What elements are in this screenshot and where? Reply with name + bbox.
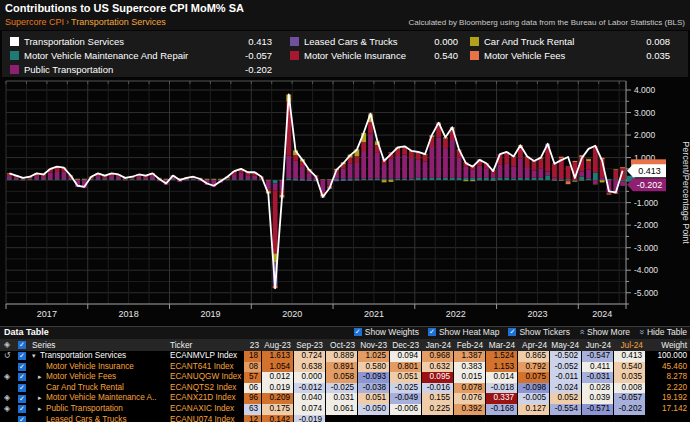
- heat-cell[interactable]: 1.387: [454, 351, 486, 362]
- heat-cell[interactable]: 0.801: [390, 362, 422, 373]
- table-row[interactable]: ◈✓▸Motor Vehicle Maintenance A..ECANX21D…: [0, 393, 690, 404]
- ticker-cell[interactable]: ECANAXIC Index: [168, 404, 244, 415]
- heat-cell[interactable]: 0.095: [422, 372, 454, 383]
- table-row[interactable]: ◈✓▸Motor Vehicle FeesECANUQGW Index570.0…: [0, 372, 690, 383]
- table-row[interactable]: ✓Motor Vehicle InsuranceECANT641 Index08…: [0, 362, 690, 373]
- control-show-tickers[interactable]: ✓Show Tickers: [508, 327, 570, 337]
- heat-cell-clipped[interactable]: 63: [244, 404, 262, 415]
- heat-cell[interactable]: 1.613: [262, 351, 294, 362]
- series-cell[interactable]: Leased Cars & Trucks: [30, 415, 168, 422]
- heat-cell[interactable]: 0.028: [582, 383, 614, 394]
- breadcrumb-supercore-cpi[interactable]: Supercore CPI: [5, 17, 64, 27]
- row-checkbox[interactable]: ✓: [18, 363, 26, 371]
- heat-cell[interactable]: 1.153: [486, 362, 518, 373]
- heat-cell[interactable]: -0.024: [550, 383, 582, 394]
- heat-cell[interactable]: -0.018: [486, 383, 518, 394]
- heat-cell[interactable]: 0.008: [614, 383, 646, 394]
- heat-cell[interactable]: [454, 415, 486, 422]
- heat-cell[interactable]: -0.554: [550, 404, 582, 415]
- heat-cell[interactable]: -0.202: [614, 404, 646, 415]
- heat-cell[interactable]: 1.054: [262, 362, 294, 373]
- heat-cell[interactable]: -0.019: [294, 415, 326, 422]
- heat-cell[interactable]: 0.000: [294, 372, 326, 383]
- legend-item[interactable]: Motor Vehicle Fees0.035: [470, 48, 670, 62]
- heat-cell[interactable]: 0.155: [422, 393, 454, 404]
- heat-cell[interactable]: 0.792: [518, 362, 550, 373]
- heat-cell[interactable]: 0.891: [326, 362, 358, 373]
- checkbox-icon[interactable]: ✓: [428, 328, 436, 336]
- heat-cell[interactable]: [486, 415, 518, 422]
- heat-cell[interactable]: -0.168: [486, 404, 518, 415]
- heat-cell[interactable]: 0.094: [390, 351, 422, 362]
- drilldown-icon[interactable]: ◈: [0, 372, 14, 383]
- heat-cell[interactable]: 0.040: [294, 393, 326, 404]
- heat-cell[interactable]: 0.019: [262, 383, 294, 394]
- ticker-cell[interactable]: ECANU074 Index: [168, 415, 244, 422]
- heat-cell[interactable]: [614, 415, 646, 422]
- heat-cell[interactable]: 0.051: [358, 393, 390, 404]
- heat-cell-clipped[interactable]: 12: [244, 415, 262, 422]
- heat-cell[interactable]: -0.049: [390, 393, 422, 404]
- heat-cell[interactable]: -0.038: [358, 383, 390, 394]
- heat-cell[interactable]: -0.571: [582, 404, 614, 415]
- ticker-cell[interactable]: ECANQTS2 Index: [168, 383, 244, 394]
- heat-cell[interactable]: [582, 415, 614, 422]
- heat-cell[interactable]: 0.015: [454, 372, 486, 383]
- heat-cell[interactable]: 0.337: [486, 393, 518, 404]
- heat-cell[interactable]: 1.524: [486, 351, 518, 362]
- heat-cell[interactable]: 0.014: [486, 372, 518, 383]
- heat-cell[interactable]: 0.968: [422, 351, 454, 362]
- control-show-heat-map[interactable]: ✓Show Heat Map: [428, 327, 499, 337]
- legend-item[interactable]: Public Transportation-0.202: [10, 62, 272, 76]
- heat-cell-clipped[interactable]: 08: [244, 362, 262, 373]
- row-checkbox[interactable]: ✓: [18, 384, 26, 392]
- control-show-weights[interactable]: ✓Show Weights: [354, 327, 419, 337]
- heat-cell-clipped[interactable]: 57: [244, 372, 262, 383]
- drilldown-icon[interactable]: ◈: [0, 393, 14, 404]
- legend-item[interactable]: Leased Cars & Trucks0.000: [290, 34, 458, 48]
- heat-cell[interactable]: 0.580: [358, 362, 390, 373]
- table-row[interactable]: ✓Leased Cars & TrucksECANU074 Index120.1…: [0, 415, 690, 422]
- heat-cell[interactable]: 0.127: [518, 404, 550, 415]
- heat-cell[interactable]: 0.039: [582, 393, 614, 404]
- heat-cell[interactable]: -0.005: [518, 393, 550, 404]
- control-show-more[interactable]: »Show More: [579, 327, 630, 337]
- heat-cell-clipped[interactable]: 96: [244, 393, 262, 404]
- heat-cell[interactable]: 0.078: [454, 383, 486, 394]
- series-cell[interactable]: ▸Public Transportation: [30, 404, 168, 415]
- heat-cell[interactable]: -0.098: [518, 383, 550, 394]
- heat-cell[interactable]: 0.889: [326, 351, 358, 362]
- checkbox-icon[interactable]: ✓: [354, 328, 362, 336]
- row-checkbox[interactable]: ✓: [18, 405, 26, 413]
- expand-arrow-icon[interactable]: ▾: [32, 351, 40, 362]
- select-all-checkbox[interactable]: ✓: [18, 341, 26, 349]
- heat-cell[interactable]: 0.051: [390, 372, 422, 383]
- heat-cell[interactable]: 0.142: [262, 415, 294, 422]
- heat-cell[interactable]: 0.540: [614, 362, 646, 373]
- heat-cell[interactable]: -0.016: [422, 383, 454, 394]
- row-checkbox[interactable]: ✓: [18, 373, 26, 381]
- heat-cell[interactable]: 0.225: [422, 404, 454, 415]
- heat-cell[interactable]: 0.724: [294, 351, 326, 362]
- heat-cell-clipped[interactable]: 06: [244, 383, 262, 394]
- heat-cell[interactable]: 0.058: [326, 372, 358, 383]
- checkbox-icon[interactable]: ✓: [508, 328, 516, 336]
- heat-cell[interactable]: 0.075: [518, 372, 550, 383]
- expand-arrow-icon[interactable]: ▸: [38, 372, 46, 383]
- drilldown-icon[interactable]: ◈: [0, 404, 14, 415]
- legend-item[interactable]: Transportation Services0.413: [10, 34, 272, 48]
- row-checkbox[interactable]: ✓: [18, 395, 26, 403]
- heat-cell[interactable]: 0.012: [262, 372, 294, 383]
- heat-cell[interactable]: -0.547: [582, 351, 614, 362]
- heat-cell[interactable]: 0.035: [614, 372, 646, 383]
- heat-cell[interactable]: 0.209: [262, 393, 294, 404]
- heat-cell[interactable]: 0.632: [422, 362, 454, 373]
- control-hide-table[interactable]: »Hide Table: [639, 327, 687, 337]
- heat-cell[interactable]: [550, 415, 582, 422]
- ticker-cell[interactable]: ECANUQGW Index: [168, 372, 244, 383]
- heat-cell[interactable]: -0.093: [358, 372, 390, 383]
- heat-cell[interactable]: 0.061: [326, 404, 358, 415]
- heat-cell[interactable]: 0.076: [454, 393, 486, 404]
- ticker-cell[interactable]: ECANMVLP Index: [168, 351, 244, 362]
- heat-cell[interactable]: -0.057: [614, 393, 646, 404]
